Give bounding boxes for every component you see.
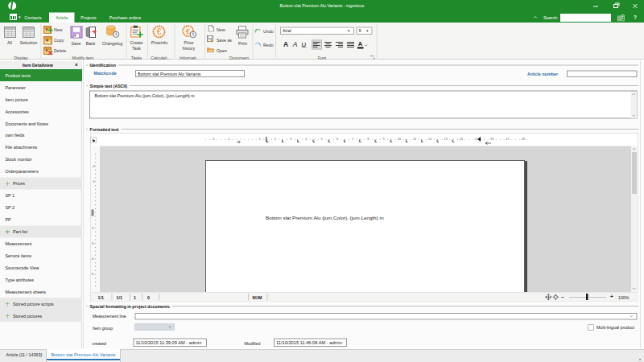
svg-text:-2: -2	[92, 164, 95, 168]
svg-text:€: €	[157, 27, 162, 36]
svg-text:-2: -2	[212, 137, 215, 141]
svg-text:9: 9	[382, 137, 385, 141]
svg-text:5: 5	[92, 272, 94, 276]
svg-text:14: 14	[460, 137, 464, 141]
svg-text:7: 7	[352, 137, 354, 141]
svg-text:-1: -1	[92, 179, 95, 183]
svg-text:16: 16	[490, 137, 494, 141]
svg-text:13: 13	[444, 137, 448, 141]
svg-text:11: 11	[413, 137, 417, 141]
svg-text:2: 2	[275, 137, 277, 141]
svg-text:2: 2	[92, 226, 94, 230]
svg-text:8: 8	[367, 137, 369, 141]
svg-text:18: 18	[522, 137, 526, 141]
svg-text:3: 3	[290, 137, 292, 141]
svg-text:3: 3	[92, 241, 94, 245]
svg-text:4: 4	[305, 137, 308, 141]
svg-text:5: 5	[320, 137, 323, 141]
svg-text:4: 4	[92, 257, 94, 261]
svg-text:17: 17	[506, 137, 510, 141]
svg-text:10: 10	[398, 137, 402, 141]
svg-text:6: 6	[336, 137, 339, 141]
svg-text:1: 1	[258, 137, 261, 141]
svg-text:-1: -1	[227, 137, 230, 141]
svg-text:12: 12	[428, 137, 432, 141]
